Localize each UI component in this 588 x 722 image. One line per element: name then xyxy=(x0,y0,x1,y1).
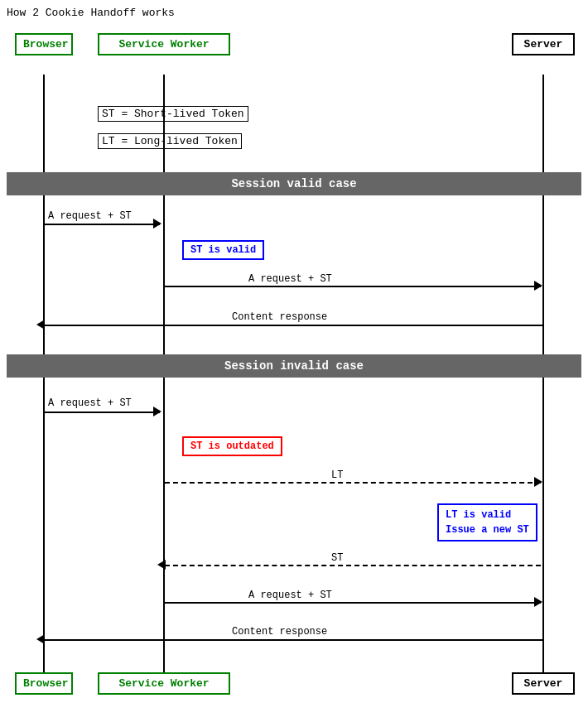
browser-top: Browser xyxy=(15,33,73,55)
st-definition: ST = Short-lived Token xyxy=(98,108,248,120)
lt-valid-note: LT is valid Issue a new ST xyxy=(437,503,537,542)
lt-definition: LT = Long-lived Token xyxy=(98,135,242,147)
arrow-req3-head xyxy=(153,407,161,416)
session-invalid-header: Session invalid case xyxy=(7,354,581,378)
arrow-req1-head xyxy=(153,219,161,229)
arrow-resp2-head xyxy=(36,634,45,644)
arrow-resp2-label: Content response xyxy=(232,626,327,638)
session-valid-header: Session valid case xyxy=(7,172,581,195)
arrow-lt-line xyxy=(165,482,541,484)
arrow-req3-line xyxy=(44,412,160,413)
server-top: Server xyxy=(512,33,575,55)
arrow-resp1-label: Content response xyxy=(232,311,327,323)
arrow-req1-line xyxy=(44,224,160,225)
diagram-title: How 2 Cookie Handoff works xyxy=(7,7,175,19)
arrow-lt-head xyxy=(534,477,542,487)
arrow-st-line xyxy=(165,565,541,566)
arrow-resp1-head xyxy=(36,320,45,330)
arrow-req3-label: A request + ST xyxy=(48,397,132,409)
arrow-req4-label: A request + ST xyxy=(248,590,332,601)
arrow-req1-label: A request + ST xyxy=(48,210,132,222)
service-worker-bottom: Service Worker xyxy=(98,672,230,695)
arrow-st-label: ST xyxy=(331,552,343,564)
arrow-st-head xyxy=(157,560,166,570)
arrow-req2-head xyxy=(534,281,542,291)
diagram: How 2 Cookie Handoff works Browser Servi… xyxy=(0,0,588,722)
arrow-req2-line xyxy=(165,286,541,287)
arrow-lt-label: LT xyxy=(331,469,343,481)
service-worker-top: Service Worker xyxy=(98,33,230,55)
st-valid-note: ST is valid xyxy=(182,240,264,260)
arrow-req2-label: A request + ST xyxy=(248,273,332,285)
st-outdated-note: ST is outdated xyxy=(182,436,282,456)
arrow-req4-head xyxy=(534,597,542,607)
arrow-resp1-line xyxy=(44,325,542,326)
arrow-req4-line xyxy=(165,602,541,604)
arrow-resp2-line xyxy=(44,639,542,641)
browser-bottom: Browser xyxy=(15,672,73,695)
server-bottom: Server xyxy=(512,672,575,695)
